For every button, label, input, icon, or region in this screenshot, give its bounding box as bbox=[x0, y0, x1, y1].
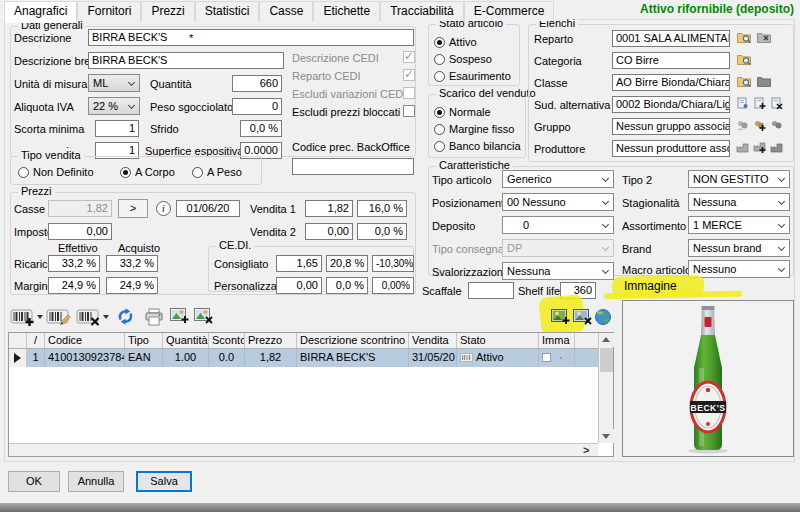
delete-image-icon[interactable] bbox=[194, 308, 213, 324]
tipo2-select[interactable]: NON GESTITO bbox=[688, 170, 790, 188]
delete-barcode-menu-arrow[interactable] bbox=[103, 315, 109, 319]
folder-icon[interactable] bbox=[757, 75, 771, 87]
descrizione-input[interactable]: BIRRA BECK'S * bbox=[88, 29, 414, 46]
folder-clear-icon[interactable] bbox=[757, 31, 771, 43]
peso-sgocciolato-input[interactable]: 0 bbox=[232, 98, 282, 115]
add-article-image-button[interactable] bbox=[551, 309, 570, 325]
personalizzato-input[interactable]: 0,00 bbox=[276, 277, 322, 294]
svalorizzazione-select[interactable]: Nessuna bbox=[502, 262, 614, 280]
personalizzato-diff-input[interactable]: 0,00% bbox=[372, 277, 414, 294]
radio-banco-bilancia[interactable]: Banco bilancia bbox=[434, 140, 521, 152]
col-sconto[interactable]: Sconto bbox=[209, 333, 245, 349]
group-icon[interactable] bbox=[770, 119, 783, 131]
delete-barcode-button[interactable] bbox=[76, 307, 101, 327]
add-barcode-menu-arrow[interactable] bbox=[37, 315, 43, 319]
categoria-input[interactable]: CO Birre bbox=[612, 52, 730, 69]
col-quantita[interactable]: Quantità bbox=[163, 333, 209, 349]
item-view-icon[interactable] bbox=[736, 97, 749, 109]
radio-attivo[interactable]: Attivo bbox=[434, 36, 477, 48]
tab-casse[interactable]: Casse bbox=[259, 1, 313, 21]
annulla-button[interactable]: Annulla bbox=[68, 471, 124, 492]
col-descrizione-scontrino[interactable]: Descrizione scontrino bbox=[297, 333, 409, 349]
ok-button[interactable]: OK bbox=[8, 471, 60, 492]
tab-prezzi[interactable]: Prezzi bbox=[141, 1, 194, 21]
folder-search-icon[interactable] bbox=[737, 75, 751, 87]
scroll-down-button[interactable] bbox=[599, 429, 614, 443]
radio-normale[interactable]: Normale bbox=[434, 106, 491, 118]
assortimento-select[interactable]: 1 MERCE bbox=[688, 216, 790, 234]
radio-a-corpo[interactable]: A Corpo bbox=[120, 166, 175, 178]
col-row-selector[interactable] bbox=[9, 333, 27, 349]
print-icon[interactable] bbox=[144, 308, 164, 326]
imposto-input[interactable]: 0,00 bbox=[48, 223, 112, 240]
next-column-arrow[interactable]: > bbox=[583, 444, 589, 456]
add-barcode-button[interactable] bbox=[10, 307, 35, 327]
aliquota-iva-select[interactable]: 22 % bbox=[88, 97, 140, 115]
radio-a-peso[interactable]: A Peso bbox=[192, 166, 242, 178]
margine-effettivo-input[interactable]: 24,9 % bbox=[48, 277, 100, 294]
folder-search-icon[interactable] bbox=[737, 31, 751, 43]
sfrido-input[interactable]: 0,0 % bbox=[240, 120, 282, 137]
col-tipo[interactable]: Tipo bbox=[125, 333, 163, 349]
quantita-input[interactable]: 660 bbox=[232, 75, 282, 92]
sud-alternativa-input[interactable]: 0002 Bionda/Chiara/Light bbox=[612, 96, 730, 113]
producer-icon[interactable] bbox=[736, 141, 749, 153]
col-sort[interactable]: / bbox=[27, 333, 45, 349]
item-add-icon[interactable] bbox=[753, 97, 766, 109]
delete-article-image-button[interactable] bbox=[573, 309, 592, 325]
item-remove-icon[interactable] bbox=[770, 97, 783, 109]
classe-input[interactable]: AO Birre Bionda/Chiara/Li bbox=[612, 74, 730, 91]
salva-button[interactable]: Salva bbox=[136, 471, 192, 492]
add-image-icon[interactable] bbox=[170, 308, 189, 324]
table-row[interactable]: 1 4100130923784 EAN 1.00 0.0 1,82 BIRRA … bbox=[9, 349, 598, 367]
producer-edit-icon[interactable] bbox=[770, 141, 783, 153]
tab-statistici[interactable]: Statistici bbox=[195, 1, 260, 21]
group-search-icon[interactable] bbox=[736, 119, 749, 131]
radio-non-definito[interactable]: Non Definito bbox=[18, 166, 94, 178]
prezzo-data-input[interactable]: 01/06/20 bbox=[176, 200, 240, 217]
ricarico-effettivo-input[interactable]: 33,2 % bbox=[48, 255, 100, 272]
unita-misura-select[interactable]: ML bbox=[88, 74, 140, 92]
tab-tracciabilita[interactable]: Tracciabilità bbox=[380, 1, 464, 21]
backoffice-input[interactable] bbox=[292, 158, 414, 175]
col-immagine[interactable]: Imma bbox=[539, 333, 575, 349]
info-icon[interactable]: i bbox=[156, 201, 171, 216]
vendita1-pct-input[interactable]: 16,0 % bbox=[357, 200, 407, 217]
stagionalita-select[interactable]: Nessuna bbox=[688, 193, 790, 211]
radio-margine-fisso[interactable]: Margine fisso bbox=[434, 123, 514, 135]
posizionamento-select[interactable]: 00 Nessuno bbox=[502, 193, 614, 211]
produttore-input[interactable]: Nessun produttore associa bbox=[612, 140, 730, 157]
tab-anagrafici[interactable]: Anagrafici bbox=[4, 1, 77, 23]
ricarico-acquisto-input[interactable]: 33,2 % bbox=[106, 255, 158, 272]
col-prezzo[interactable]: Prezzo bbox=[245, 333, 297, 349]
deposito-select[interactable]: 0 bbox=[502, 216, 614, 234]
reparto-input[interactable]: 0001 SALA ALIMENTARI bbox=[612, 30, 730, 47]
table-vertical-scrollbar[interactable] bbox=[598, 333, 613, 443]
scaffale-input[interactable] bbox=[468, 282, 514, 299]
scorta-minima-input[interactable]: 1 bbox=[95, 120, 139, 137]
casse-detail-button[interactable]: > bbox=[118, 199, 148, 218]
gruppo-input[interactable]: Nessun gruppo associato bbox=[612, 118, 730, 135]
macro-articolo-select[interactable]: Nessuno bbox=[688, 260, 790, 278]
tab-etichette[interactable]: Etichette bbox=[313, 1, 380, 21]
brand-select[interactable]: Nessun brand bbox=[688, 239, 790, 257]
consigliato-input[interactable]: 1,65 bbox=[276, 255, 322, 272]
row-selector-cell[interactable] bbox=[9, 349, 27, 367]
vendita2-pct-input[interactable]: 0,0 % bbox=[357, 223, 407, 240]
refresh-icon[interactable] bbox=[116, 307, 135, 326]
folder-search-icon[interactable] bbox=[737, 53, 751, 65]
edit-barcode-button[interactable] bbox=[46, 307, 71, 327]
escludi-prezzi-checkbox[interactable] bbox=[403, 105, 415, 117]
tipo-articolo-select[interactable]: Generico bbox=[502, 170, 614, 188]
radio-esaurimento[interactable]: Esaurimento bbox=[434, 70, 511, 82]
scrollbar-thumb[interactable] bbox=[600, 348, 613, 372]
personalizzato-pct-input[interactable]: 0,0 % bbox=[326, 277, 368, 294]
col-vendita[interactable]: Vendita bbox=[409, 333, 457, 349]
col-codice[interactable]: Codice bbox=[45, 333, 125, 349]
vendita1-input[interactable]: 1,82 bbox=[305, 200, 353, 217]
descrizione-breve-input[interactable]: BIRRA BECK'S bbox=[88, 52, 284, 69]
producer-add-icon[interactable] bbox=[753, 141, 766, 153]
globe-icon[interactable] bbox=[594, 308, 612, 326]
tab-ecommerce[interactable]: E-Commerce bbox=[464, 1, 555, 21]
tab-fornitori[interactable]: Fornitori bbox=[77, 1, 141, 21]
